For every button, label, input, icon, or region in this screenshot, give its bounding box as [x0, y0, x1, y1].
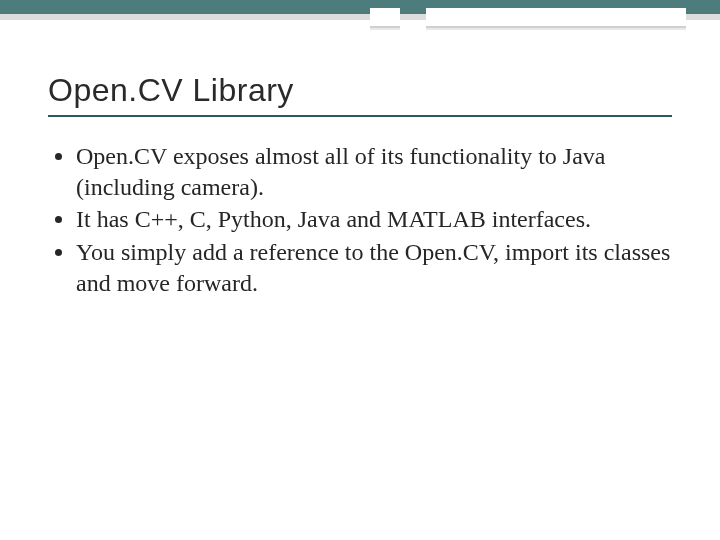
title-underline — [48, 115, 672, 117]
slide-title: Open.CV Library — [48, 72, 672, 109]
accent-block-1 — [370, 8, 400, 26]
bullet-list: Open.CV exposes almost all of its functi… — [54, 141, 672, 299]
slide-body: Open.CV Library Open.CV exposes almost a… — [0, 30, 720, 540]
list-item: You simply add a reference to the Open.C… — [76, 237, 672, 298]
accent-block-2 — [426, 8, 686, 26]
list-item: Open.CV exposes almost all of its functi… — [76, 141, 672, 202]
list-item: It has C++, C, Python, Java and MATLAB i… — [76, 204, 672, 235]
